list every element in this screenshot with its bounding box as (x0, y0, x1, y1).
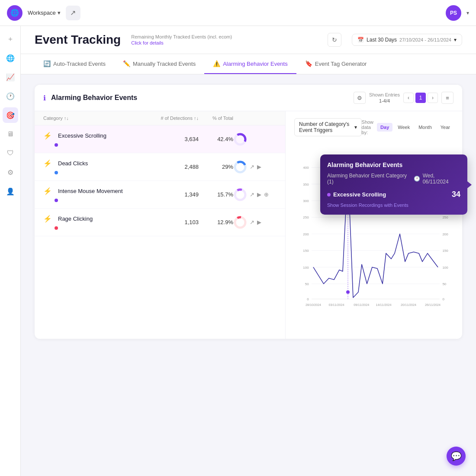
video-icon[interactable]: ▶ (257, 164, 261, 170)
period-month-button[interactable]: Month (415, 123, 435, 132)
show-data-by-label: Show data by: (362, 119, 374, 135)
prev-page-button[interactable]: ‹ (403, 93, 414, 103)
period-week-button[interactable]: Week (394, 123, 413, 132)
period-day-button[interactable]: Day (377, 123, 392, 132)
sidebar-item-clock[interactable]: 🕐 (3, 88, 18, 104)
row-detections: 1,103 (155, 219, 199, 225)
filter-button[interactable]: ⚙ (354, 92, 366, 104)
date-range-label: Last 30 Days (367, 37, 397, 43)
logo-icon: 🌐 (10, 9, 19, 17)
svg-text:14/11/2024: 14/11/2024 (376, 303, 391, 307)
page-header: Event Tracking Remaining Monthly Tracked… (21, 26, 476, 54)
app-logo[interactable]: 🌐 (7, 5, 23, 21)
table-section: Category ↑↓ # of Detections ↑↓ % of Tota… (35, 111, 286, 339)
row-color-dot (55, 226, 58, 230)
external-link-icon[interactable]: ↗ (250, 191, 254, 198)
table-row[interactable]: ⚡ Intense Mouse Movement 1,349 15.7% (35, 181, 285, 209)
tracked-events-link[interactable]: Click for details (131, 40, 232, 45)
table-row[interactable]: ⚡ Rage Clicking 1,103 12.9% (35, 209, 285, 236)
chart-tooltip: Alarming Behavior Events Alarming Behavi… (320, 154, 467, 215)
table-header: Category ↑↓ # of Detections ↑↓ % of Tota… (35, 111, 285, 125)
next-page-button[interactable]: › (428, 93, 438, 103)
user-initials: PS (450, 10, 457, 16)
row-category-name: Rage Clicking (58, 215, 93, 222)
external-link-icon[interactable]: ↗ (250, 219, 254, 225)
tab-event-tag-label: Event Tag Generator (315, 61, 367, 67)
row-category-icon: ⚡ (43, 187, 52, 195)
workspace-dropdown[interactable]: Workspace ▾ (28, 10, 61, 16)
main-panel: ℹ Alarming Behavior Events ⚙ Shown Entri… (21, 74, 476, 349)
svg-text:300: 300 (303, 199, 309, 203)
tooltip-event-row: Excessive Scrolling 34 (327, 190, 460, 199)
share-button[interactable]: ↗ (66, 6, 80, 20)
external-link-icon[interactable]: ↗ (250, 164, 254, 170)
svg-text:150: 150 (442, 249, 448, 253)
user-avatar[interactable]: PS (446, 5, 461, 21)
tab-alarming-label: Alarming Behavior Events (223, 61, 288, 67)
refresh-icon: ↻ (332, 36, 337, 43)
share-icon: ↗ (70, 9, 76, 17)
table-row[interactable]: ⚡ Excessive Scrolling 3,634 42.4% (35, 125, 285, 153)
sidebar-item-profile[interactable]: 👤 (3, 183, 18, 199)
tab-auto-tracked[interactable]: 🔄 Auto-Tracked Events (35, 54, 114, 74)
sidebar-item-globe[interactable]: 🌐 (3, 50, 18, 66)
sidebar-item-shield[interactable]: 🛡 (3, 145, 18, 161)
alarming-icon: ⚠️ (213, 60, 220, 67)
svg-text:400: 400 (303, 166, 309, 170)
svg-text:50: 50 (305, 282, 309, 286)
sidebar-item-monitor[interactable]: 🖥 (3, 126, 18, 142)
video-icon[interactable]: ▶ (257, 191, 261, 198)
clock-icon: 🕐 (414, 176, 420, 182)
manually-tracked-icon: ✏️ (123, 60, 130, 67)
sidebar-item-add[interactable]: ＋ (3, 31, 18, 47)
tooltip-event-dot (327, 193, 331, 196)
row-detections: 1,349 (155, 191, 199, 198)
row-actions: ↗ ▶ (233, 215, 277, 229)
panel-controls: ⚙ Shown Entries 1-4/4 ‹ 1 › ≡ (354, 92, 453, 104)
svg-text:0: 0 (307, 297, 309, 301)
svg-text:09/11/2024: 09/11/2024 (354, 303, 369, 307)
row-color-dot (55, 171, 58, 174)
chart-metric-dropdown[interactable]: Number of Category's Event Triggers ▾ (294, 118, 362, 136)
col-header-percent: % of Total (199, 116, 233, 121)
tooltip-sessions-link[interactable]: Show Session Recordings with Events (327, 203, 460, 208)
chat-icon: 💬 (451, 451, 462, 461)
calendar-icon: 📅 (357, 37, 364, 43)
page-navigation: ‹ 1 › (403, 93, 438, 103)
sort-filter-button[interactable]: ≡ (441, 92, 453, 104)
sidebar-item-analytics[interactable]: 📈 (3, 69, 18, 85)
sidebar-item-settings[interactable]: ⚙ (3, 164, 18, 180)
tab-alarming-behavior[interactable]: ⚠️ Alarming Behavior Events (204, 54, 296, 74)
top-navigation: 🌐 Workspace ▾ ↗ PS ▾ (0, 0, 476, 26)
video-icon[interactable]: ▶ (257, 219, 261, 225)
svg-text:03/11/2024: 03/11/2024 (329, 303, 344, 307)
tooltip-event-name: Excessive Scrolling (327, 191, 386, 198)
svg-text:50: 50 (442, 282, 446, 286)
row-color-dot (55, 199, 58, 202)
tab-auto-tracked-label: Auto-Tracked Events (53, 61, 106, 67)
date-range-picker[interactable]: 📅 Last 30 Days 27/10/2024 - 26/11/2024 ▾ (352, 34, 462, 46)
panel-body: Category ↑↓ # of Detections ↑↓ % of Tota… (35, 111, 462, 339)
tooltip-title: Alarming Behavior Events (327, 161, 460, 168)
tooltip-count: 34 (452, 190, 460, 199)
add-icon[interactable]: ⊕ (264, 191, 269, 198)
row-category-icon: ⚡ (43, 215, 52, 223)
donut-chart (233, 215, 247, 229)
table-row[interactable]: ⚡ Dead Clicks 2,488 29% (35, 153, 285, 181)
avatar-chevron-icon: ▾ (466, 10, 469, 16)
period-year-button[interactable]: Year (437, 123, 453, 132)
shown-entries-label: Shown Entries (369, 92, 400, 97)
row-percent: 12.9% (199, 219, 233, 225)
tracked-events-label: Remaining Monthly Tracked Events (incl. … (131, 34, 232, 39)
chart-period-selector: Show data by: Day Week Month Year (362, 119, 453, 135)
panel-header: ℹ Alarming Behavior Events ⚙ Shown Entri… (35, 85, 462, 111)
tab-event-tag[interactable]: 🔖 Event Tag Generator (296, 54, 376, 74)
sidebar-item-events[interactable]: 🎯 (3, 107, 18, 123)
help-chat-button[interactable]: 💬 (447, 447, 466, 466)
svg-point-4 (235, 190, 245, 200)
tooltip-subtitle-text: Alarming Behavior Event Category (1) (327, 173, 411, 185)
tab-manually-tracked[interactable]: ✏️ Manually Tracked Events (114, 54, 204, 74)
refresh-button[interactable]: ↻ (328, 33, 341, 47)
panel-title-icon: ℹ (43, 94, 46, 102)
svg-text:200: 200 (442, 232, 448, 236)
